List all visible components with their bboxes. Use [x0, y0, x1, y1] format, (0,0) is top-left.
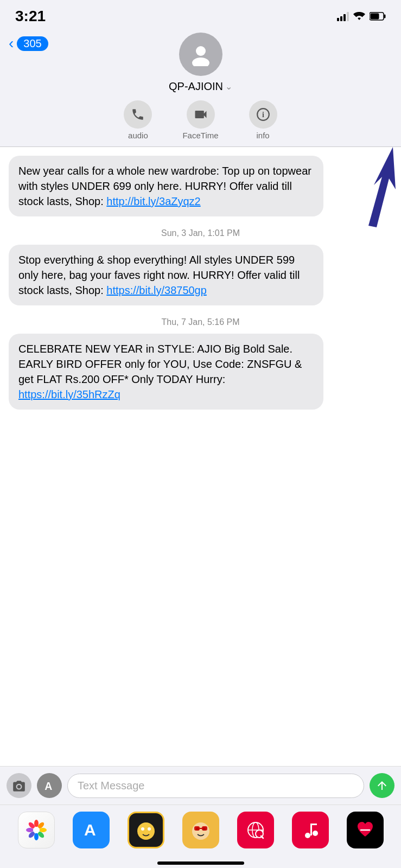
video-icon — [193, 107, 208, 122]
messages-area[interactable]: New year calls for a whole new wardrobe:… — [0, 147, 401, 766]
message-bubble-1: New year calls for a whole new wardrobe:… — [9, 156, 392, 220]
svg-rect-37 — [310, 824, 312, 835]
info-label: info — [256, 131, 269, 140]
svg-point-8 — [17, 785, 21, 789]
app-icon: A — [42, 778, 56, 793]
facetime-label: FaceTime — [182, 131, 218, 140]
message-link-3[interactable]: https://bit.ly/35hRzZq — [18, 388, 120, 400]
page: 3:21 ‹ 305 — [0, 0, 401, 868]
back-count[interactable]: 305 — [17, 36, 48, 51]
svg-point-19 — [33, 827, 40, 833]
dock: A — [0, 805, 401, 857]
dock-memoji2[interactable] — [182, 812, 219, 848]
audio-button[interactable]: audio — [124, 100, 152, 140]
message-text-1: New year calls for a whole new wardrobe:… — [9, 156, 323, 216]
wifi-icon — [353, 12, 365, 21]
svg-point-36 — [313, 831, 318, 836]
message-bubble-3: CELEBRATE NEW YEAR in STYLE: AJIO Big Bo… — [9, 334, 392, 413]
person-icon — [189, 42, 213, 66]
svg-point-21 — [137, 822, 155, 840]
message-link-1[interactable]: http://bit.ly/3aZyqz2 — [106, 195, 200, 207]
status-bar: 3:21 — [0, 0, 401, 29]
dock-search[interactable] — [237, 812, 274, 848]
svg-rect-28 — [202, 826, 207, 831]
signal-icon — [337, 11, 349, 21]
action-buttons: audio FaceTime i info — [0, 100, 401, 140]
contact-name: QP-AJIOIN ⌄ — [169, 80, 232, 93]
header: ‹ 305 QP-AJIOIN ⌄ audio — [0, 29, 401, 146]
camera-button[interactable] — [7, 773, 31, 798]
home-bar — [157, 861, 244, 865]
status-time: 3:21 — [15, 8, 46, 25]
photos-icon — [23, 817, 49, 843]
timestamp-3: Thu, 7 Jan, 5:16 PM — [9, 317, 392, 327]
facetime-button[interactable]: FaceTime — [182, 100, 218, 140]
audio-label: audio — [128, 131, 148, 140]
home-indicator — [0, 857, 401, 868]
camera-icon — [12, 780, 26, 792]
facetime-btn-circle[interactable] — [187, 100, 215, 129]
svg-point-23 — [148, 827, 151, 831]
dock-music[interactable] — [292, 812, 329, 848]
text-input[interactable]: Text Message — [67, 774, 364, 798]
memoji1-icon — [130, 814, 162, 846]
globe-search-icon — [244, 818, 268, 842]
timestamp-2: Sun, 3 Jan, 1:01 PM — [9, 228, 392, 238]
chevron-down-icon: ⌄ — [225, 81, 232, 92]
dock-memoji1[interactable] — [128, 812, 164, 848]
back-button[interactable]: ‹ 305 — [9, 35, 48, 52]
message-link-2[interactable]: https://bit.ly/38750gp — [106, 284, 207, 296]
dock-heart[interactable] — [347, 812, 384, 848]
memoji2-icon — [184, 814, 217, 846]
send-button[interactable] — [370, 773, 394, 798]
input-placeholder[interactable]: Text Message — [78, 780, 144, 792]
message-text-2: Stop everything & shop everything! All s… — [9, 245, 323, 305]
music-icon — [298, 818, 322, 842]
svg-point-22 — [141, 827, 144, 831]
battery-icon — [370, 12, 386, 21]
svg-point-13 — [39, 828, 47, 832]
avatar — [179, 33, 222, 76]
app-button[interactable]: A — [37, 773, 62, 798]
info-btn-circle[interactable]: i — [249, 100, 277, 129]
svg-text:A: A — [44, 780, 52, 792]
svg-point-3 — [196, 46, 206, 56]
back-chevron-icon: ‹ — [9, 35, 14, 52]
input-bar: A Text Message — [0, 766, 401, 805]
svg-rect-38 — [310, 824, 317, 825]
dock-photos[interactable] — [18, 812, 55, 848]
dock-appstore[interactable]: A — [73, 812, 110, 848]
svg-text:i: i — [262, 110, 264, 119]
appstore-icon: A — [79, 818, 103, 842]
heart-icon — [353, 818, 377, 842]
svg-point-4 — [192, 58, 209, 66]
svg-rect-2 — [371, 14, 379, 20]
audio-btn-circle[interactable] — [124, 100, 152, 129]
status-icons — [337, 11, 386, 21]
svg-rect-27 — [194, 826, 200, 831]
svg-text:A: A — [84, 821, 96, 839]
info-button[interactable]: i info — [249, 100, 277, 140]
svg-point-24 — [192, 822, 209, 840]
svg-point-17 — [26, 828, 34, 832]
message-text-3: CELEBRATE NEW YEAR in STYLE: AJIO Big Bo… — [9, 334, 323, 410]
info-icon: i — [256, 107, 270, 122]
message-bubble-2: Stop everything & shop everything! All s… — [9, 245, 392, 309]
svg-point-35 — [305, 833, 310, 838]
phone-icon — [131, 107, 145, 122]
svg-point-11 — [34, 820, 39, 827]
send-icon — [375, 779, 389, 792]
svg-point-15 — [34, 833, 39, 840]
svg-rect-1 — [384, 15, 386, 18]
